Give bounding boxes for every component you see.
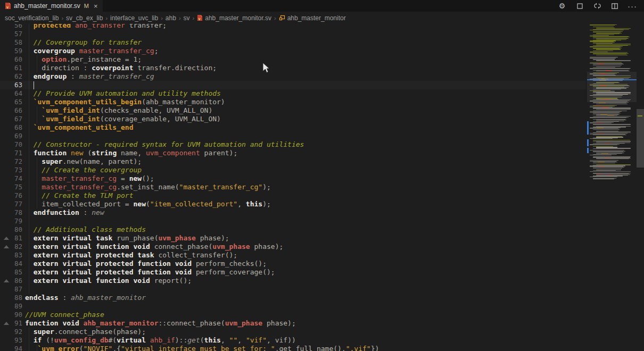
line-number[interactable]: 70 [4,140,22,149]
line-number[interactable]: 84 [4,260,22,268]
breadcrumb-item-ahb_master_monitor[interactable]: ahb_master_monitor [279,14,346,22]
line-number[interactable]: 69 [4,132,22,140]
breadcrumb-item-sv[interactable]: sv [184,14,190,22]
breadcrumb-item-ahb_master_monitor.sv[interactable]: vahb_master_monitor.sv [197,14,271,22]
code-line[interactable]: 83 extern virtual protected task collect… [0,251,585,260]
scrollbar-thumb[interactable] [637,109,644,168]
breadcrumb-item-interface_uvc_lib[interactable]: interface_uvc_lib [110,14,158,22]
line-number[interactable]: 93 [4,336,22,345]
close-tab-icon[interactable]: × [94,3,98,10]
line-number[interactable]: 67 [4,115,22,123]
line-number[interactable]: 68 [4,123,22,132]
code-line[interactable]: 77 item_collected_port = new("item_colle… [0,200,585,208]
code-line[interactable]: 57 [0,30,585,38]
gutter-marker-icon[interactable] [4,279,9,282]
toggle-panel-icon[interactable] [575,2,584,10]
code-line[interactable]: 94 `uvm_error("NOVIF",{"virtual interfac… [0,345,585,351]
line-number[interactable]: 74 [4,174,22,183]
compare-changes-icon[interactable] [593,2,601,10]
line-number[interactable]: 65 [4,98,22,106]
breadcrumb-item-sv_cb_ex_lib[interactable]: sv_cb_ex_lib [66,14,103,22]
code-token: "" [229,336,238,344]
code-line[interactable]: 88endclass : ahb_master_monitor [0,294,585,302]
line-number[interactable]: 85 [4,268,22,277]
line-number[interactable]: 73 [4,166,22,174]
split-editor-icon[interactable] [610,2,619,10]
more-actions-icon[interactable]: ··· [628,2,637,10]
line-number[interactable]: 75 [4,183,22,191]
code-line[interactable]: 67 `uvm_field_int(coverage_enable, UVM_A… [0,115,585,123]
line-number[interactable]: 92 [4,328,22,336]
code-line[interactable]: 74 master_transfer_cg = new(); [0,174,585,183]
code-line[interactable]: 85 extern virtual protected function voi… [0,268,585,277]
code-token: phase); [262,319,296,327]
code-line[interactable]: 70 // Constructor - required syntax for … [0,140,585,149]
editor-scrollbar[interactable] [637,0,644,351]
code-line[interactable]: 60 option.per_instance = 1; [0,55,585,64]
code-line[interactable]: 64 // Provide UVM automation and utility… [0,89,585,98]
code-line[interactable]: 65 `uvm_component_utils_begin(ahb_master… [0,98,585,106]
code-line[interactable]: 63 [0,81,585,89]
sv-file-icon: v [5,2,11,10]
line-number[interactable]: 57 [4,30,22,38]
code-line[interactable]: 82 extern virtual function void connect_… [0,243,585,251]
code-line[interactable]: 80 // Additional class methods [0,225,585,234]
code-line[interactable]: 69 [0,132,585,140]
gutter-marker-icon[interactable] [4,322,9,325]
line-number[interactable]: 87 [4,285,22,294]
line-number[interactable]: 64 [4,89,22,98]
line-number[interactable]: 62 [4,72,22,81]
line-number[interactable]: 63 [4,81,22,89]
code-line[interactable]: 61 direction : coverpoint transfer.direc… [0,64,585,72]
line-number[interactable]: 58 [4,38,22,47]
tab-ahb-master-monitor[interactable]: v ahb_master_monitor.sv M × [0,0,103,12]
code-line[interactable]: 66 `uvm_field_int(checks_enable, UVM_ALL… [0,106,585,115]
code-line[interactable]: 91function void ahb_master_monitor::conn… [0,319,585,328]
minimap-viewport[interactable] [587,72,637,102]
code-line[interactable]: 75 master_transfer_cg.set_inst_name("mas… [0,183,585,191]
line-number[interactable]: 61 [4,64,22,72]
code-line[interactable]: 84 extern virtual protected function voi… [0,260,585,268]
code-line[interactable]: 86 extern virtual function void report()… [0,277,585,285]
code-line[interactable]: 78 endfunction : new [0,208,585,217]
line-number[interactable]: 72 [4,157,22,166]
line-number[interactable]: 94 [4,345,22,351]
code-line[interactable]: 73 // Create the covergroup [0,166,585,174]
code-line[interactable]: 72 super.new(name, parent); [0,157,585,166]
code-line[interactable]: 76 // Create the TLM port [0,191,585,200]
code-line[interactable]: 92 super.connect_phase(phase); [0,328,585,336]
line-number[interactable]: 88 [4,294,22,302]
code-token [25,174,42,182]
gear-icon[interactable]: ⚙ [558,2,566,10]
breadcrumb-item-soc_verification_lib[interactable]: soc_verification_lib [5,14,59,22]
line-number[interactable]: 71 [4,149,22,157]
line-number[interactable]: 78 [4,208,22,217]
code-line[interactable]: 71 function new (string name, uvm_compon… [0,149,585,157]
code-line[interactable]: 62 endgroup : master_transfer_cg [0,72,585,81]
code-line[interactable]: 89 [0,302,585,311]
gutter-marker-icon[interactable] [4,245,9,248]
line-number[interactable]: 76 [4,191,22,200]
gutter-marker-icon[interactable] [4,237,9,240]
line-number[interactable]: 80 [4,225,22,234]
line-number[interactable]: 59 [4,47,22,55]
minimap[interactable] [587,0,637,351]
code-line[interactable]: 90//UVM connect_phase [0,311,585,319]
code-line[interactable]: 79 [0,217,585,225]
code-line[interactable]: 58 // Covergroup for transfer [0,38,585,47]
line-number[interactable]: 83 [4,251,22,260]
line-number[interactable]: 79 [4,217,22,225]
breadcrumb-item-ahb[interactable]: ahb [166,14,176,22]
code-line[interactable]: 87 [0,285,585,294]
code-line[interactable]: 81 extern virtual task run_phase(uvm_pha… [0,234,585,243]
line-number[interactable]: 90 [4,311,22,319]
line-number[interactable]: 89 [4,302,22,311]
line-number[interactable]: 66 [4,106,22,115]
code-line[interactable]: 93 if (!uvm_config_db#(virtual ahb_if)::… [0,336,585,345]
code-line[interactable]: 59 covergroup master_transfer_cg; [0,47,585,55]
code-editor[interactable]: 56 protected ahb_transfer transfer;5758 … [0,0,585,351]
code-line[interactable]: 68 `uvm_component_utils_end [0,123,585,132]
line-number[interactable]: 60 [4,55,22,64]
line-number[interactable]: 77 [4,200,22,208]
code-line-text: function void ahb_master_monitor::connec… [25,319,296,328]
